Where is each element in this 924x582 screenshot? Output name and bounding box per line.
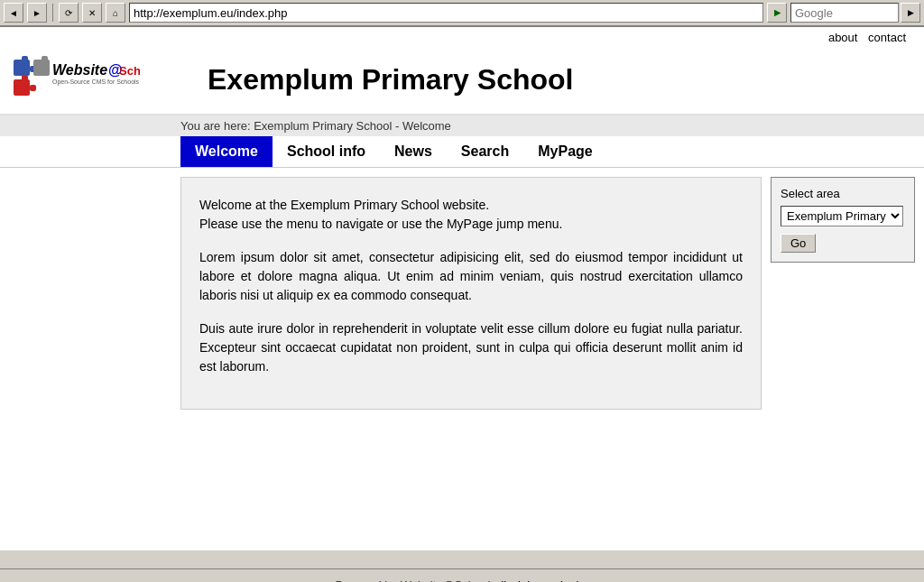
svg-rect-1: [22, 56, 28, 62]
home-button[interactable]: ⌂: [106, 3, 125, 23]
intro-paragraph: Welcome at the Exemplum Primary School w…: [199, 196, 743, 234]
nav-search[interactable]: Search: [447, 136, 523, 167]
footer-powered-by: Powered by Website@School: [335, 578, 490, 582]
browser-search-input[interactable]: [790, 3, 899, 23]
nav-welcome[interactable]: Welcome: [180, 136, 273, 167]
page-wrapper: about contact Website @: [0, 27, 924, 550]
select-area-row: Exemplum Primary: [781, 206, 905, 226]
browser-toolbar: ◄ ► ⟳ ✕ ⌂ ▶ ▶: [0, 0, 924, 26]
about-link[interactable]: about: [828, 31, 858, 44]
reload-button[interactable]: ⟳: [59, 3, 79, 23]
footer-disclaimer-link[interactable]: disclaimer: [497, 578, 550, 582]
forward-button[interactable]: ►: [27, 3, 47, 23]
separator: [52, 4, 53, 22]
back-button[interactable]: ◄: [4, 3, 23, 23]
breadcrumb: You are here: Exemplum Primary School - …: [0, 115, 924, 136]
nav-school-info[interactable]: School info: [273, 136, 380, 167]
intro-line2: Please use the menu to navigate or use t…: [199, 217, 562, 231]
select-area-box: Select area Exemplum Primary Go: [771, 177, 915, 263]
logo-svg: Website @ School Open-Source CMS for Sch…: [9, 55, 140, 105]
intro-line1: Welcome at the Exemplum Primary School w…: [199, 198, 489, 212]
nav-news[interactable]: News: [380, 136, 447, 167]
sidebar: Select area Exemplum Primary Go: [771, 177, 915, 410]
go-area-button[interactable]: Go: [781, 234, 816, 253]
browser-chrome: ◄ ► ⟳ ✕ ⌂ ▶ ▶: [0, 0, 924, 27]
footer-login-link[interactable]: login: [560, 578, 585, 582]
area-select[interactable]: Exemplum Primary: [781, 206, 903, 226]
nav-mypage[interactable]: MyPage: [523, 136, 606, 167]
contact-link[interactable]: contact: [868, 31, 906, 44]
select-area-label: Select area: [781, 187, 905, 200]
svg-rect-5: [30, 85, 36, 91]
svg-text:School: School: [119, 64, 140, 78]
logo-area: Website @ School Open-Source CMS for Sch…: [9, 55, 189, 105]
svg-rect-3: [14, 79, 30, 96]
breadcrumb-text: You are here: Exemplum Primary School - …: [180, 119, 451, 133]
browser-search-container: ▶: [790, 3, 920, 23]
svg-rect-0: [14, 60, 30, 76]
browser-search-go[interactable]: ▶: [901, 3, 920, 23]
page-header: Website @ School Open-Source CMS for Sch…: [0, 46, 924, 115]
school-title: Exemplum Primary School: [208, 63, 573, 97]
page-footer: Powered by Website@School disclaimer log…: [0, 568, 924, 582]
lorem-paragraph-2: Duis aute irure dolor in reprehenderit i…: [199, 319, 743, 376]
svg-text:Open-Source CMS for Schools: Open-Source CMS for Schools: [52, 79, 140, 86]
navigate-go-button[interactable]: ▶: [767, 3, 787, 23]
stop-button[interactable]: ✕: [82, 3, 102, 23]
main-layout: Welcome at the Exemplum Primary School w…: [0, 168, 924, 419]
address-bar-container: [129, 3, 763, 23]
svg-text:Website: Website: [52, 62, 107, 78]
svg-rect-4: [22, 75, 28, 81]
top-links: about contact: [0, 27, 924, 46]
lorem-paragraph-1: Lorem ipsum dolor sit amet, consectetur …: [199, 248, 743, 305]
svg-rect-6: [33, 60, 50, 76]
nav-bar: Welcome School info News Search MyPage: [0, 136, 924, 168]
content-area: Welcome at the Exemplum Primary School w…: [180, 177, 762, 410]
svg-rect-7: [42, 56, 48, 62]
address-bar[interactable]: [134, 6, 759, 20]
